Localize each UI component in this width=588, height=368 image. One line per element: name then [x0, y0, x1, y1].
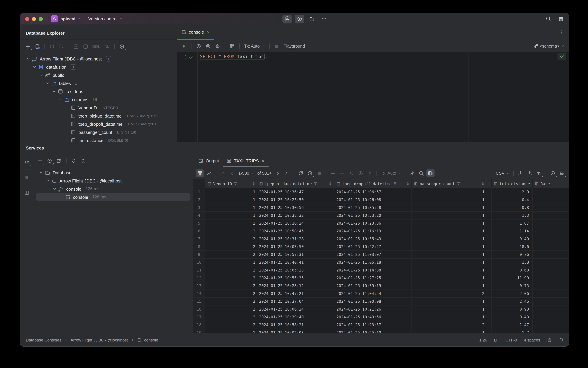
cell-trip-distance[interactable]: 2.46 [492, 298, 533, 305]
table-row[interactable]: 3 1 2024-01-25 10:30:56 2024-01-25 10:35… [193, 204, 569, 212]
cell-rate[interactable] [533, 220, 569, 227]
tree-item-columns-folder[interactable]: columns 19 [20, 95, 177, 104]
table-row[interactable]: 6 2 2024-01-25 10:58:45 2024-01-25 11:16… [193, 227, 569, 235]
table-view-button[interactable] [196, 169, 204, 177]
row-number[interactable]: 13 [193, 282, 205, 289]
cell-vendorid[interactable]: 1 [205, 188, 257, 196]
cell-dropoff-datetime[interactable]: 2024-01-25 11:16:19 [334, 227, 412, 235]
table-row[interactable]: 15 2 2024-01-25 10:37:04 2024-01-25 11:0… [193, 298, 569, 305]
close-icon[interactable] [261, 159, 265, 163]
cell-passenger-count[interactable]: 1 [412, 251, 492, 258]
stop-button[interactable] [273, 42, 281, 50]
tx-mode-dropdown[interactable]: Tx: Auto [380, 171, 402, 176]
sort-control[interactable] [482, 182, 484, 185]
cell-pickup-datetime[interactable]: 2024-01-25 10:58:21 [257, 321, 334, 329]
cell-dropoff-datetime[interactable]: 2024-01-25 10:26:08 [334, 196, 412, 203]
cell-pickup-datetime[interactable]: 2024-01-25 10:23:50 [257, 196, 334, 203]
cell-pickup-datetime[interactable]: 2024-01-25 10:05:23 [257, 267, 334, 274]
row-number[interactable]: 19 [193, 329, 205, 333]
cell-vendorid[interactable]: 1 [205, 196, 257, 203]
grid-settings-button[interactable] [558, 169, 566, 177]
chevron-down-icon[interactable] [58, 97, 63, 102]
cell-passenger-count[interactable]: 1 [412, 282, 492, 289]
last-page-button[interactable] [283, 169, 291, 177]
cell-rate[interactable] [533, 235, 569, 243]
bell-icon[interactable] [559, 337, 564, 342]
run-widget-button[interactable] [295, 14, 304, 23]
chevron-down-icon[interactable] [52, 89, 56, 94]
cell-dropoff-datetime[interactable]: 2024-01-25 11:00:08 [334, 298, 412, 305]
cell-dropoff-datetime[interactable]: 2024-01-25 10:14:38 [334, 267, 412, 274]
cell-rate[interactable] [533, 196, 569, 203]
cell-vendorid[interactable]: 2 [205, 298, 257, 305]
table-row[interactable]: 1 1 2024-01-25 10:36:47 2024-01-25 11:06… [193, 188, 569, 196]
cell-rate[interactable] [533, 274, 569, 282]
tab-console[interactable]: console [177, 25, 214, 40]
project-structure-button[interactable] [307, 14, 316, 23]
previous-page-button[interactable] [228, 169, 236, 177]
cell-trip-distance[interactable]: 9.49 [492, 235, 533, 243]
minimize-window-button[interactable] [32, 17, 36, 21]
row-number[interactable]: 12 [193, 274, 205, 282]
row-number[interactable]: 10 [193, 258, 205, 266]
table-row[interactable]: 19 1 2024-01-25 10:02:08 2024-01-25 10:2… [193, 329, 569, 333]
cell-trip-distance[interactable]: 0.76 [492, 251, 533, 258]
cell-pickup-datetime[interactable]: 2024-01-25 10:40:41 [257, 258, 334, 266]
cell-dropoff-datetime[interactable]: 2024-01-25 10:42:27 [334, 243, 412, 250]
tx-toggle-button[interactable]: Tx [22, 158, 31, 166]
column-header-pickup[interactable]: tpep_pickup_datetime [257, 179, 334, 188]
column-header-trip-distance[interactable]: trip_distance [492, 179, 533, 188]
cell-dropoff-datetime[interactable]: 2024-01-25 10:53:20 [334, 212, 412, 219]
cell-passenger-count[interactable]: 1 [412, 305, 492, 313]
cell-pickup-datetime[interactable]: 2024-01-25 10:38:32 [257, 212, 334, 219]
cell-trip-distance[interactable]: 0.98 [492, 305, 533, 313]
cell-vendorid[interactable]: 1 [205, 329, 257, 333]
cell-rate[interactable] [533, 313, 569, 321]
tree-item-column[interactable]: tpep_dropoff_datetime TIMESTAMP(26,6) [20, 120, 177, 128]
cell-rate[interactable] [533, 298, 569, 305]
filter-button[interactable] [426, 169, 435, 177]
filter-funnel-icon[interactable] [234, 182, 238, 185]
cell-dropoff-datetime[interactable]: 2024-01-25 10:39:19 [334, 282, 412, 289]
close-icon[interactable] [206, 30, 210, 34]
chevron-down-icon[interactable] [52, 186, 57, 191]
cell-pickup-datetime[interactable]: 2024-01-25 10:31:28 [257, 235, 334, 243]
tree-item-session[interactable]: console 126 ms [33, 185, 193, 193]
pin-tab-button[interactable] [408, 169, 416, 177]
view-options-button[interactable] [549, 169, 557, 177]
cell-trip-distance[interactable]: 1.07 [492, 220, 533, 227]
open-data-button[interactable] [72, 43, 80, 51]
row-number[interactable]: 17 [193, 313, 205, 321]
cell-dropoff-datetime[interactable]: 2024-01-25 10:55:43 [334, 235, 412, 243]
cell-trip-distance[interactable]: 0.43 [492, 313, 533, 321]
cell-rate[interactable] [533, 329, 569, 333]
table-row[interactable]: 14 2 2024-01-25 10:47:21 2024-01-25 11:0… [193, 290, 569, 298]
cell-trip-distance[interactable]: 0.75 [492, 282, 533, 289]
row-number[interactable]: 3 [193, 204, 205, 211]
breadcrumb-item[interactable]: Arrow Flight JDBC - @localhost [71, 338, 128, 342]
caret-position[interactable]: 1:26 [479, 338, 487, 342]
cell-pickup-datetime[interactable]: 2024-01-25 10:57:31 [257, 251, 334, 258]
tree-item-table[interactable]: taxi_trips [20, 87, 177, 95]
cell-passenger-count[interactable]: 1 [412, 188, 492, 196]
tree-item-schema[interactable]: public [20, 71, 177, 79]
sql-code-line[interactable]: SELECT * FROM taxi_trips; [198, 52, 268, 142]
sort-control[interactable] [253, 182, 255, 185]
delete-row-button[interactable] [338, 169, 346, 177]
chevron-down-icon[interactable] [39, 73, 44, 77]
cell-trip-distance[interactable]: 2.06 [492, 290, 533, 297]
upload-changes-button[interactable] [366, 169, 374, 177]
cell-trip-distance[interactable]: 1.47 [492, 321, 533, 329]
cell-rate[interactable] [533, 321, 569, 329]
tree-item-column[interactable]: VendorID INTEGER [20, 104, 177, 112]
cell-dropoff-datetime[interactable]: 2024-01-25 10:21:26 [334, 305, 412, 313]
cell-vendorid[interactable]: 2 [205, 321, 257, 329]
in-editor-results-button[interactable] [228, 42, 236, 50]
cell-trip-distance[interactable]: 0.68 [492, 267, 533, 274]
layout-button[interactable] [22, 188, 31, 197]
column-header-dropoff[interactable]: tpep_dropoff_datetime [334, 179, 412, 188]
table-row[interactable]: 11 2 2024-01-25 10:05:23 2024-01-25 10:1… [193, 267, 569, 274]
tree-item-datasource[interactable]: Arrow Flight JDBC - @localhost 1 [20, 55, 177, 63]
cell-passenger-count[interactable]: 1 [412, 329, 492, 333]
cell-trip-distance[interactable]: 1.7 [492, 329, 533, 333]
